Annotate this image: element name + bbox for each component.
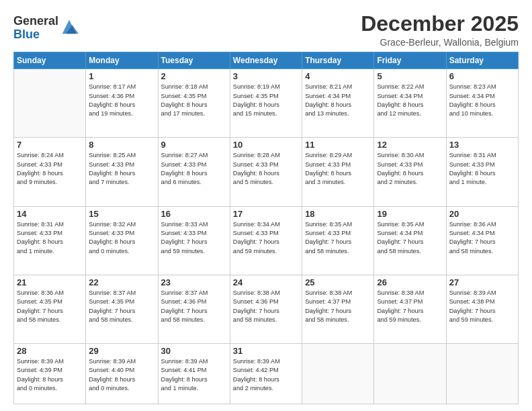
day-info: Sunrise: 8:35 AMSunset: 4:33 PMDaylight:… — [305, 220, 371, 256]
table-row: 28Sunrise: 8:39 AMSunset: 4:39 PMDayligh… — [14, 344, 86, 404]
day-number: 17 — [233, 209, 299, 219]
day-number: 6 — [449, 71, 515, 81]
logo-icon — [60, 17, 79, 36]
col-saturday: Saturday — [446, 52, 518, 69]
day-info: Sunrise: 8:24 AMSunset: 4:33 PMDaylight:… — [17, 151, 83, 187]
day-info: Sunrise: 8:31 AMSunset: 4:33 PMDaylight:… — [17, 220, 83, 256]
day-number: 19 — [377, 209, 443, 219]
day-number: 30 — [161, 346, 227, 356]
day-number: 1 — [89, 71, 154, 81]
table-row: 7Sunrise: 8:24 AMSunset: 4:33 PMDaylight… — [14, 138, 86, 206]
day-info: Sunrise: 8:35 AMSunset: 4:34 PMDaylight:… — [377, 220, 443, 256]
col-friday: Friday — [374, 52, 446, 69]
logo-general-text: General — [13, 15, 58, 28]
table-row: 6Sunrise: 8:23 AMSunset: 4:34 PMDaylight… — [446, 69, 518, 138]
day-info: Sunrise: 8:27 AMSunset: 4:33 PMDaylight:… — [161, 151, 227, 187]
table-row: 24Sunrise: 8:38 AMSunset: 4:36 PMDayligh… — [230, 275, 302, 343]
day-number: 22 — [89, 277, 154, 287]
day-info: Sunrise: 8:38 AMSunset: 4:36 PMDaylight:… — [233, 289, 299, 324]
location: Grace-Berleur, Wallonia, Belgium — [361, 37, 519, 48]
table-row: 1Sunrise: 8:17 AMSunset: 4:36 PMDaylight… — [86, 69, 158, 138]
day-number: 20 — [449, 209, 515, 219]
table-row: 16Sunrise: 8:33 AMSunset: 4:33 PMDayligh… — [158, 206, 230, 275]
table-row: 8Sunrise: 8:25 AMSunset: 4:33 PMDaylight… — [86, 138, 158, 206]
calendar-header-row: Sunday Monday Tuesday Wednesday Thursday… — [14, 52, 519, 69]
col-sunday: Sunday — [14, 52, 86, 69]
day-number: 24 — [233, 277, 299, 287]
day-number: 31 — [233, 346, 299, 356]
day-info: Sunrise: 8:28 AMSunset: 4:33 PMDaylight:… — [233, 151, 299, 187]
table-row: 31Sunrise: 8:39 AMSunset: 4:42 PMDayligh… — [230, 344, 302, 404]
day-number: 8 — [89, 140, 154, 150]
day-info: Sunrise: 8:17 AMSunset: 4:36 PMDaylight:… — [89, 83, 154, 118]
table-row: 17Sunrise: 8:34 AMSunset: 4:33 PMDayligh… — [230, 206, 302, 275]
table-row: 4Sunrise: 8:21 AMSunset: 4:34 PMDaylight… — [302, 69, 374, 138]
day-number: 12 — [377, 140, 443, 150]
day-number: 4 — [305, 71, 371, 81]
day-number: 26 — [377, 277, 443, 287]
day-number: 7 — [17, 140, 83, 150]
day-info: Sunrise: 8:30 AMSunset: 4:33 PMDaylight:… — [377, 151, 443, 187]
table-row: 27Sunrise: 8:39 AMSunset: 4:38 PMDayligh… — [446, 275, 518, 343]
day-number: 3 — [233, 71, 299, 81]
table-row: 18Sunrise: 8:35 AMSunset: 4:33 PMDayligh… — [302, 206, 374, 275]
table-row: 23Sunrise: 8:37 AMSunset: 4:36 PMDayligh… — [158, 275, 230, 343]
table-row — [446, 344, 518, 404]
col-thursday: Thursday — [302, 52, 374, 69]
day-info: Sunrise: 8:32 AMSunset: 4:33 PMDaylight:… — [89, 220, 154, 256]
month-title: December 2025 — [361, 12, 519, 36]
day-number: 14 — [17, 209, 83, 219]
day-info: Sunrise: 8:22 AMSunset: 4:34 PMDaylight:… — [377, 83, 443, 118]
day-number: 16 — [161, 209, 227, 219]
table-row: 11Sunrise: 8:29 AMSunset: 4:33 PMDayligh… — [302, 138, 374, 206]
day-number: 13 — [449, 140, 515, 150]
day-info: Sunrise: 8:21 AMSunset: 4:34 PMDaylight:… — [305, 83, 371, 118]
day-info: Sunrise: 8:38 AMSunset: 4:37 PMDaylight:… — [305, 289, 371, 324]
day-info: Sunrise: 8:31 AMSunset: 4:33 PMDaylight:… — [449, 151, 515, 187]
day-info: Sunrise: 8:25 AMSunset: 4:33 PMDaylight:… — [89, 151, 154, 187]
day-info: Sunrise: 8:39 AMSunset: 4:42 PMDaylight:… — [233, 357, 299, 393]
table-row: 30Sunrise: 8:39 AMSunset: 4:41 PMDayligh… — [158, 344, 230, 404]
table-row: 12Sunrise: 8:30 AMSunset: 4:33 PMDayligh… — [374, 138, 446, 206]
table-row: 10Sunrise: 8:28 AMSunset: 4:33 PMDayligh… — [230, 138, 302, 206]
day-number: 10 — [233, 140, 299, 150]
col-monday: Monday — [86, 52, 158, 69]
table-row: 3Sunrise: 8:19 AMSunset: 4:35 PMDaylight… — [230, 69, 302, 138]
logo: General Blue — [13, 15, 79, 42]
day-info: Sunrise: 8:33 AMSunset: 4:33 PMDaylight:… — [161, 220, 227, 256]
day-info: Sunrise: 8:37 AMSunset: 4:36 PMDaylight:… — [161, 289, 227, 324]
table-row: 29Sunrise: 8:39 AMSunset: 4:40 PMDayligh… — [86, 344, 158, 404]
table-row — [374, 344, 446, 404]
day-number: 9 — [161, 140, 227, 150]
table-row: 15Sunrise: 8:32 AMSunset: 4:33 PMDayligh… — [86, 206, 158, 275]
col-wednesday: Wednesday — [230, 52, 302, 69]
day-number: 2 — [161, 71, 227, 81]
day-info: Sunrise: 8:29 AMSunset: 4:33 PMDaylight:… — [305, 151, 371, 187]
day-info: Sunrise: 8:34 AMSunset: 4:33 PMDaylight:… — [233, 220, 299, 256]
day-number: 27 — [449, 277, 515, 287]
table-row — [302, 344, 374, 404]
table-row: 19Sunrise: 8:35 AMSunset: 4:34 PMDayligh… — [374, 206, 446, 275]
logo-blue-text: Blue — [13, 28, 58, 42]
day-info: Sunrise: 8:18 AMSunset: 4:35 PMDaylight:… — [161, 83, 227, 118]
table-row: 14Sunrise: 8:31 AMSunset: 4:33 PMDayligh… — [14, 206, 86, 275]
day-number: 28 — [17, 346, 83, 356]
header: General Blue December 2025 Grace-Berleur… — [13, 12, 519, 48]
title-block: December 2025 Grace-Berleur, Wallonia, B… — [361, 12, 519, 48]
day-info: Sunrise: 8:37 AMSunset: 4:35 PMDaylight:… — [89, 289, 154, 324]
table-row: 5Sunrise: 8:22 AMSunset: 4:34 PMDaylight… — [374, 69, 446, 138]
day-info: Sunrise: 8:38 AMSunset: 4:37 PMDaylight:… — [377, 289, 443, 324]
page: General Blue December 2025 Grace-Berleur… — [0, 0, 532, 411]
table-row: 9Sunrise: 8:27 AMSunset: 4:33 PMDaylight… — [158, 138, 230, 206]
calendar-table: Sunday Monday Tuesday Wednesday Thursday… — [13, 52, 519, 404]
day-number: 29 — [89, 346, 154, 356]
day-info: Sunrise: 8:39 AMSunset: 4:38 PMDaylight:… — [449, 289, 515, 324]
day-info: Sunrise: 8:36 AMSunset: 4:34 PMDaylight:… — [449, 220, 515, 256]
day-number: 25 — [305, 277, 371, 287]
day-number: 23 — [161, 277, 227, 287]
col-tuesday: Tuesday — [158, 52, 230, 69]
day-number: 18 — [305, 209, 371, 219]
day-info: Sunrise: 8:36 AMSunset: 4:35 PMDaylight:… — [17, 289, 83, 324]
table-row — [14, 69, 86, 138]
day-number: 21 — [17, 277, 83, 287]
